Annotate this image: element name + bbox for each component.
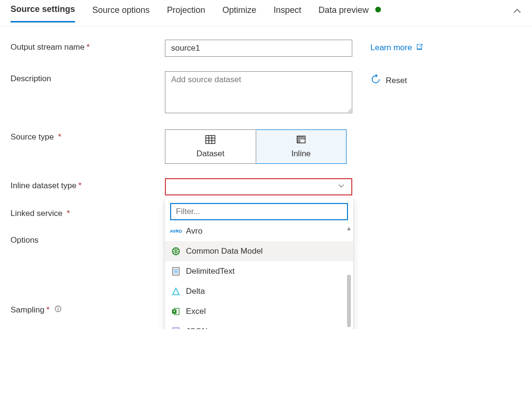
collapse-icon[interactable]	[513, 7, 521, 17]
label-text: Inline dataset type	[11, 181, 76, 190]
scroll-up-icon[interactable]: ▲	[346, 225, 352, 232]
table-icon	[205, 134, 216, 147]
chevron-down-icon	[338, 182, 345, 191]
toggle-dataset[interactable]: Dataset	[165, 129, 256, 164]
scroll-thumb[interactable]	[347, 275, 351, 327]
svg-point-19	[58, 307, 59, 308]
label-text: Sampling	[11, 305, 44, 314]
label-options: Options	[11, 233, 165, 245]
row-inline-dataset-type: Inline dataset type* AVRO Avro	[11, 178, 521, 195]
inline-dataset-type-dropdown[interactable]	[165, 178, 352, 195]
label-inline-dataset-type: Inline dataset type*	[11, 178, 165, 191]
option-label: JSON	[186, 327, 207, 329]
learn-more-link[interactable]: Learn more	[370, 43, 423, 53]
cdm-icon	[172, 247, 180, 256]
option-avro[interactable]: AVRO Avro	[165, 221, 353, 241]
tab-source-settings[interactable]: Source settings	[11, 4, 75, 22]
label-text: Source type	[11, 132, 54, 141]
svg-rect-0	[206, 136, 215, 144]
option-delta[interactable]: Delta	[165, 281, 353, 301]
tabbar: Source settings Source options Projectio…	[0, 0, 532, 26]
tab-optimize[interactable]: Optimize	[222, 5, 256, 22]
option-label: Common Data Model	[186, 247, 263, 256]
label-text: Linked service	[11, 209, 63, 218]
label-description: Description	[11, 71, 165, 84]
tab-source-options[interactable]: Source options	[92, 5, 150, 22]
toggle-inline[interactable]: Inline	[256, 129, 347, 164]
tab-data-preview[interactable]: Data preview	[318, 5, 381, 22]
required-asterisk: *	[46, 305, 50, 314]
label-linked-service: Linked service *	[11, 206, 165, 218]
json-icon: JSON	[172, 327, 180, 329]
option-excel[interactable]: X Excel	[165, 301, 353, 322]
external-link-icon	[415, 43, 423, 53]
inline-icon	[295, 134, 307, 147]
required-asterisk: *	[78, 181, 82, 190]
description-input[interactable]	[165, 71, 352, 113]
option-json[interactable]: JSON JSON	[165, 322, 353, 329]
excel-icon: X	[172, 307, 180, 316]
label-output-stream-name: Output stream name*	[11, 40, 165, 52]
form: Output stream name* Learn more Descripti…	[0, 26, 532, 315]
svg-text:X: X	[173, 309, 176, 313]
tab-projection[interactable]: Projection	[167, 5, 205, 22]
svg-rect-20	[58, 309, 58, 311]
label-text: Output stream name	[11, 43, 85, 52]
tab-label: Data preview	[318, 5, 369, 15]
toggle-label: Inline	[291, 149, 311, 159]
reset-label: Reset	[386, 76, 407, 86]
source-type-toggle: Dataset Inline	[165, 129, 347, 164]
option-cdm[interactable]: Common Data Model	[165, 241, 353, 261]
option-label: Avro	[186, 226, 203, 236]
option-delimited[interactable]: DelimitedText	[165, 261, 353, 281]
option-label: DelimitedText	[186, 267, 235, 276]
status-dot-icon	[375, 7, 381, 12]
required-asterisk: *	[87, 43, 90, 52]
tab-inspect[interactable]: Inspect	[273, 5, 301, 22]
reset-button[interactable]: Reset	[370, 74, 407, 87]
filter-input[interactable]	[170, 203, 348, 220]
option-list: AVRO Avro Common Data Model	[165, 220, 353, 329]
scrollbar[interactable]: ▲ ▼	[346, 225, 352, 329]
reset-icon	[370, 74, 381, 87]
required-asterisk: *	[66, 209, 70, 218]
svg-rect-14	[173, 328, 179, 329]
label-sampling: Sampling*	[11, 302, 165, 315]
row-source-type: Source type * Dataset Inline	[11, 129, 521, 164]
avro-icon: AVRO	[172, 227, 180, 236]
info-icon[interactable]	[54, 305, 62, 312]
option-label: Delta	[186, 287, 205, 296]
row-output-stream-name: Output stream name* Learn more	[11, 40, 521, 57]
delta-icon	[172, 287, 180, 296]
toggle-label: Dataset	[196, 149, 225, 159]
option-label: Excel	[186, 307, 206, 316]
required-asterisk: *	[58, 132, 61, 141]
output-stream-name-input[interactable]	[165, 40, 352, 57]
dropdown-flyout: AVRO Avro Common Data Model	[165, 198, 353, 329]
label-source-type: Source type *	[11, 129, 165, 142]
row-description: Description Reset	[11, 71, 521, 115]
link-text: Learn more	[370, 43, 412, 53]
delimited-icon	[172, 267, 180, 276]
